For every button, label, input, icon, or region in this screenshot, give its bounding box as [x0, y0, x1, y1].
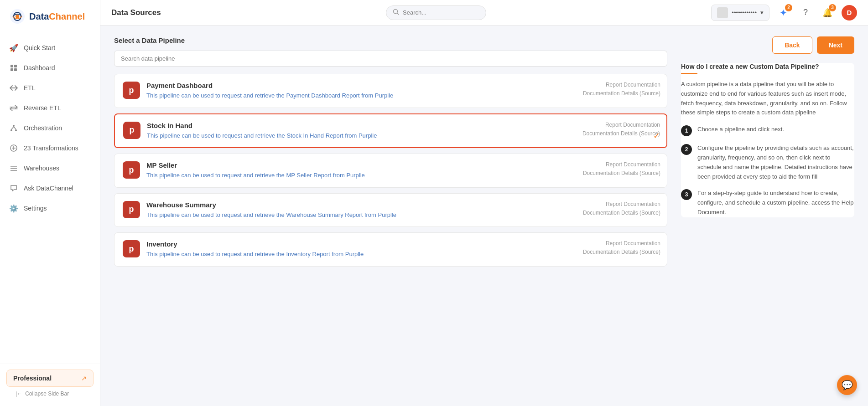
action-buttons: Back Next: [681, 36, 854, 54]
help-step-1: 1 Choose a pipeline and click next.: [681, 125, 854, 136]
pipeline-link2-payment-dashboard[interactable]: Documentation Details (Source): [583, 89, 660, 98]
reverse-etl-icon: [9, 103, 18, 113]
svg-rect-2: [10, 65, 13, 67]
pipeline-desc-warehouse-summary: This pipeline can be used to request and…: [146, 211, 659, 220]
logo-channel: Channel: [49, 11, 85, 21]
professional-badge[interactable]: Professional ↗: [6, 370, 94, 387]
svg-line-10: [14, 127, 16, 129]
pipeline-title-mp-seller: MP Seller: [146, 161, 659, 169]
svg-rect-4: [10, 68, 13, 71]
collapse-sidebar-button[interactable]: |← Collapse Side Bar: [6, 387, 94, 401]
svg-point-8: [15, 129, 17, 131]
sidebar-item-ask-datachannel[interactable]: Ask DataChannel: [0, 178, 100, 198]
help-description: A custom pipeline is a data pipeline tha…: [681, 80, 854, 118]
pipeline-links-payment-dashboard: Report Documentation Documentation Detai…: [583, 81, 660, 98]
pipeline-links-inventory: Report Documentation Documentation Detai…: [583, 239, 660, 257]
pipeline-link2-stock-in-hand[interactable]: Documentation Details (Source): [582, 129, 660, 138]
settings-icon: ⚙️: [9, 204, 18, 213]
help-button[interactable]: ?: [798, 5, 813, 21]
sidebar-label-settings: Settings: [24, 205, 47, 212]
user-name: ••••••••••••: [732, 9, 757, 16]
help-divider: [681, 73, 697, 74]
svg-point-1: [16, 15, 19, 18]
pipeline-card-mp-seller[interactable]: p MP Seller This pipeline can be used to…: [114, 154, 667, 188]
pipeline-card-stock-in-hand[interactable]: p Stock In Hand This pipeline can be use…: [114, 113, 667, 149]
back-button[interactable]: Back: [772, 36, 812, 54]
sidebar-item-reverse-etl[interactable]: Reverse ETL: [0, 98, 100, 118]
sidebar-label-dashboard: Dashboard: [24, 64, 55, 72]
step-number-3: 3: [681, 189, 692, 200]
pipeline-card-inventory[interactable]: p Inventory This pipeline can be used to…: [114, 232, 667, 267]
sidebar-item-settings[interactable]: ⚙️ Settings: [0, 198, 100, 218]
pipeline-card-warehouse-summary[interactable]: p Warehouse Summary This pipeline can be…: [114, 193, 667, 227]
user-dropdown[interactable]: •••••••••••• ▾: [711, 5, 769, 21]
chat-bubble-button[interactable]: 💬: [837, 375, 857, 395]
page-title: Data Sources: [111, 8, 161, 17]
svg-point-7: [10, 129, 12, 131]
sidebar-item-orchestration[interactable]: Orchestration: [0, 118, 100, 138]
pipeline-desc-payment-dashboard: This pipeline can be used to request and…: [146, 91, 659, 100]
ask-icon: [9, 184, 18, 193]
pipelines-list: p Payment Dashboard This pipeline can be…: [114, 74, 667, 267]
pipeline-link2-warehouse-summary[interactable]: Documentation Details (Source): [583, 209, 660, 217]
pipeline-link1-payment-dashboard[interactable]: Report Documentation: [583, 81, 660, 89]
logo-data: Data: [29, 11, 49, 21]
transformations-icon: [9, 144, 18, 153]
sidebar-item-quick-start[interactable]: 🚀 Quick Start: [0, 38, 100, 58]
pipeline-title-payment-dashboard: Payment Dashboard: [146, 82, 659, 89]
pipeline-link2-mp-seller[interactable]: Documentation Details (Source): [583, 169, 660, 178]
step-text-1: Choose a pipeline and click next.: [697, 125, 784, 134]
external-link-icon: ↗: [81, 375, 87, 382]
sidebar-item-transformations[interactable]: 23 Transformations: [0, 138, 100, 158]
sidebar-item-etl[interactable]: ETL: [0, 78, 100, 98]
pipeline-link1-stock-in-hand[interactable]: Report Documentation: [582, 121, 660, 129]
pipeline-link1-inventory[interactable]: Report Documentation: [583, 239, 660, 248]
help-box: How do I create a new Custom Data Pipeli…: [681, 63, 854, 217]
pipeline-logo-payment-dashboard: p: [123, 82, 140, 99]
pipeline-link2-inventory[interactable]: Documentation Details (Source): [583, 248, 660, 257]
magic-button[interactable]: ✦ 2: [776, 5, 791, 21]
professional-label: Professional: [13, 375, 52, 382]
sidebar-item-dashboard[interactable]: Dashboard: [0, 58, 100, 78]
step-text-3: For a step-by-step guide to understand h…: [697, 189, 854, 217]
etl-icon: [9, 83, 18, 93]
chat-icon: 💬: [842, 380, 853, 391]
topbar-right: •••••••••••• ▾ ✦ 2 ? 🔔 3 D: [711, 5, 857, 21]
svg-line-9: [11, 127, 14, 129]
avatar-letter: D: [847, 9, 852, 16]
help-icon: ?: [803, 8, 808, 17]
pipeline-desc-inventory: This pipeline can be used to request and…: [146, 250, 659, 259]
help-step-2: 2 Configure the pipeline by providing de…: [681, 144, 854, 181]
left-panel: Select a Data Pipeline p Payment Dashboa…: [114, 36, 667, 395]
pipeline-links-mp-seller: Report Documentation Documentation Detai…: [583, 160, 660, 178]
step-text-2: Configure the pipeline by providing deta…: [697, 144, 854, 181]
pipeline-links-stock-in-hand: Report Documentation Documentation Detai…: [582, 121, 660, 138]
help-steps: 1 Choose a pipeline and click next. 2 Co…: [681, 125, 854, 217]
notification-badge: 3: [829, 4, 836, 11]
content-area: Select a Data Pipeline p Payment Dashboa…: [100, 26, 868, 406]
user-avatar-small: [717, 7, 728, 18]
svg-rect-3: [14, 65, 17, 67]
search-bar[interactable]: [386, 5, 486, 20]
search-input[interactable]: [403, 9, 479, 16]
logo: DataChannel: [0, 0, 100, 33]
svg-rect-5: [14, 68, 17, 71]
pipeline-desc-mp-seller: This pipeline can be used to request and…: [146, 171, 659, 180]
pipeline-card-payment-dashboard[interactable]: p Payment Dashboard This pipeline can be…: [114, 74, 667, 108]
pipeline-search-input[interactable]: [114, 51, 667, 67]
pipeline-links-warehouse-summary: Report Documentation Documentation Detai…: [583, 200, 660, 217]
dashboard-icon: [9, 63, 18, 72]
pipeline-link1-warehouse-summary[interactable]: Report Documentation: [583, 200, 660, 209]
pipeline-link1-mp-seller[interactable]: Report Documentation: [583, 160, 660, 169]
sidebar-item-warehouses[interactable]: Warehouses: [0, 158, 100, 178]
user-avatar[interactable]: D: [842, 5, 857, 21]
notification-button[interactable]: 🔔 3: [820, 5, 835, 21]
sidebar-label-ask-datachannel: Ask DataChannel: [24, 185, 73, 192]
rocket-icon: 🚀: [9, 43, 18, 52]
next-button[interactable]: Next: [817, 36, 854, 54]
collapse-label: Collapse Side Bar: [25, 391, 69, 397]
step-number-1: 1: [681, 125, 692, 136]
main-area: Data Sources •••••••••••• ▾ ✦ 2 ? 🔔 3: [100, 0, 868, 406]
sidebar-label-quick-start: Quick Start: [24, 44, 55, 51]
svg-marker-17: [11, 185, 16, 191]
